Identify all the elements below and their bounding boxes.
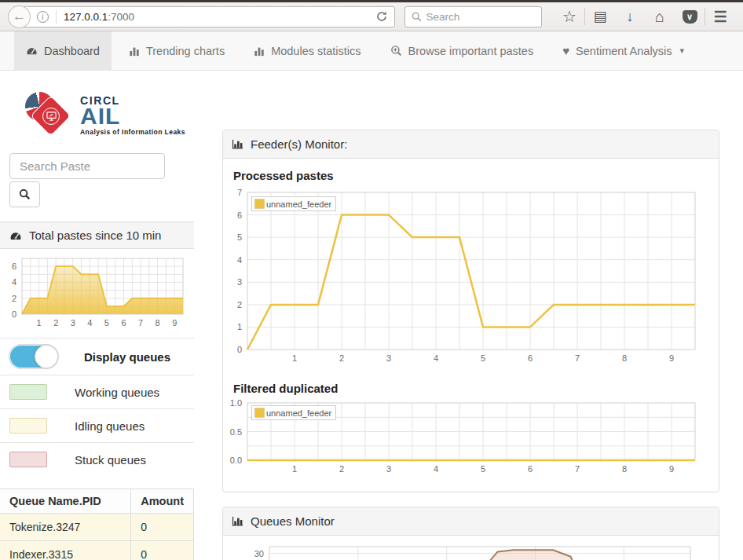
reader-list-icon[interactable]: ▤ [585, 8, 615, 25]
url-host: 127.0.0.1 [64, 11, 108, 23]
svg-text:0.0: 0.0 [230, 456, 242, 465]
nav-label: Modules statistics [271, 45, 361, 57]
working-queues-label: Working queues [75, 386, 159, 399]
toggle-knob [35, 345, 58, 368]
browser-search-field[interactable]: Search [404, 6, 543, 27]
url-divider [56, 10, 57, 24]
svg-text:3: 3 [386, 464, 391, 474]
reload-icon[interactable] [375, 10, 388, 23]
ail-logo-art [25, 90, 72, 139]
svg-text:3: 3 [386, 353, 391, 363]
feeder-monitor-header: Feeder(s) Monitor: [223, 130, 719, 159]
sidebar: CIRCL AIL Analysis of Information Leaks … [0, 71, 194, 560]
logo-monitor-icon [42, 108, 60, 125]
url-text: 127.0.0.1:7000 [64, 11, 134, 23]
svg-text:1.0: 1.0 [230, 399, 242, 408]
nav-label: Trending charts [146, 45, 225, 57]
main-content: Feeder(s) Monitor: Processed pastes 1234… [222, 130, 719, 560]
heart-icon: ♥ [562, 44, 569, 57]
nav-item-sentiment-analysis[interactable]: ♥ Sentiment Analysis ▾ [551, 31, 696, 70]
browser-toolbar: ← i 127.0.0.1:7000 Search ☆ ▤ ↓ ⌂ ∨ ☰ [0, 2, 743, 31]
bar-chart-icon [254, 46, 265, 57]
queue-table: Queue Name.PID Amount Tokenize.3247 0 In… [0, 489, 194, 560]
svg-text:1: 1 [292, 353, 297, 363]
site-info-icon[interactable]: i [37, 11, 49, 23]
svg-text:2: 2 [53, 318, 58, 328]
svg-text:7: 7 [138, 318, 143, 328]
svg-text:8: 8 [622, 353, 627, 363]
home-icon[interactable]: ⌂ [645, 8, 675, 26]
idling-queues-row: Idling queues [0, 408, 194, 442]
svg-text:4: 4 [12, 277, 16, 287]
svg-text:4: 4 [237, 255, 242, 265]
downloads-icon[interactable]: ↓ [615, 9, 645, 25]
feeder-monitor-panel: Feeder(s) Monitor: Processed pastes 1234… [222, 130, 719, 492]
queue-table-header-row: Queue Name.PID Amount [0, 489, 194, 514]
working-queues-row: Working queues [0, 375, 194, 408]
svg-text:2: 2 [12, 294, 16, 303]
nav-item-dashboard[interactable]: Dashboard [14, 31, 112, 70]
menu-icon[interactable]: ☰ [705, 8, 735, 26]
legend-label: unnamed_feeder [266, 199, 331, 209]
nav-label: Sentiment Analysis [576, 45, 672, 57]
svg-text:5: 5 [104, 318, 109, 328]
svg-text:9: 9 [669, 464, 674, 474]
svg-text:0: 0 [237, 345, 242, 354]
working-queues-swatch [9, 384, 47, 400]
svg-text:4: 4 [434, 353, 438, 363]
svg-text:1: 1 [237, 322, 242, 331]
total-pastes-chart: 1234567890246 [0, 249, 194, 338]
nav-label: Dashboard [44, 45, 100, 57]
toolbar-icons: ☆ ▤ ↓ ⌂ ∨ ☰ [555, 7, 735, 26]
svg-text:2: 2 [237, 300, 242, 309]
queues-monitor-panel: Queues Monitor 30 [222, 507, 719, 560]
display-queues-toggle[interactable] [9, 345, 58, 368]
processed-pastes-title: Processed pastes [233, 169, 712, 182]
ail-logo: CIRCL AIL Analysis of Information Leaks [24, 90, 194, 141]
queues-monitor-svg: 30 [230, 544, 701, 560]
svg-text:5: 5 [237, 232, 242, 242]
svg-text:3: 3 [237, 277, 242, 287]
table-row: Indexer.3315 0 [0, 541, 194, 560]
queues-monitor-title: Queues Monitor [251, 514, 335, 528]
amount-cell: 0 [131, 541, 194, 560]
pocket-icon[interactable]: ∨ [675, 10, 705, 24]
bookmark-star-icon[interactable]: ☆ [555, 7, 584, 26]
feeder-monitor-body: Processed pastes 12345678901234567 unnam… [223, 159, 719, 492]
svg-text:9: 9 [669, 353, 674, 363]
url-port: :7000 [108, 11, 134, 23]
search-icon [412, 12, 422, 22]
search-paste-input[interactable] [9, 153, 165, 179]
idling-queues-swatch [9, 418, 47, 434]
browser-search-placeholder: Search [426, 11, 460, 23]
queues-monitor-header: Queues Monitor [223, 507, 719, 536]
svg-text:8: 8 [622, 464, 627, 474]
back-button[interactable]: ← [8, 5, 31, 28]
svg-text:8: 8 [156, 318, 160, 328]
svg-text:4: 4 [87, 318, 92, 328]
search-plus-icon [390, 45, 402, 57]
svg-text:1: 1 [37, 318, 42, 328]
stuck-queues-swatch [9, 452, 47, 467]
nav-label: Browse important pastes [408, 45, 534, 57]
filtered-duplicated-chart: 1234567890.00.51.0 unnamed_feeder [230, 399, 712, 481]
nav-item-trending-charts[interactable]: Trending charts [117, 31, 236, 70]
queues-monitor-chart: 30 [230, 544, 712, 560]
pocket-chevron: ∨ [683, 10, 697, 24]
nav-item-browse-pastes[interactable]: Browse important pastes [379, 31, 546, 70]
svg-text:4: 4 [434, 464, 438, 474]
svg-text:2: 2 [339, 353, 344, 363]
queue-name-header: Queue Name.PID [0, 489, 131, 514]
legend-swatch [254, 199, 265, 209]
svg-text:5: 5 [481, 464, 485, 474]
search-paste-button[interactable] [9, 181, 40, 207]
svg-text:6: 6 [528, 464, 533, 474]
chart-legend: unnamed_feeder [251, 405, 336, 420]
url-bar[interactable]: i 127.0.0.1:7000 [20, 6, 395, 27]
nav-item-modules-statistics[interactable]: Modules statistics [242, 31, 372, 70]
app-navbar: Dashboard Trending charts Modules statis… [0, 31, 743, 71]
search-icon [19, 188, 31, 200]
feeder-monitor-title: Feeder(s) Monitor: [251, 137, 347, 151]
dashboard-icon [9, 229, 22, 242]
amount-header: Amount [131, 489, 194, 514]
